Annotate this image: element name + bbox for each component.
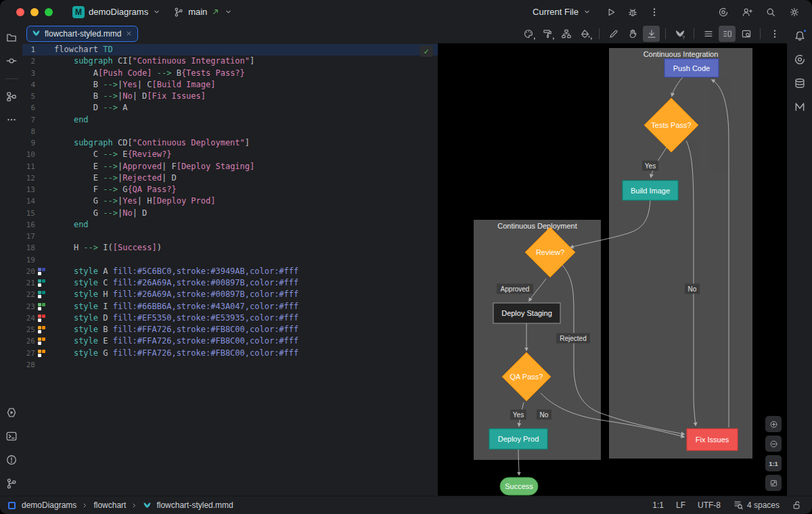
node-deploy-staging[interactable]: Deploy Staging bbox=[493, 303, 560, 323]
line-ending[interactable]: LF bbox=[676, 500, 685, 510]
code-line-7[interactable]: 7 end bbox=[22, 114, 438, 126]
code-line-21[interactable]: 21 style C fill:#26A69A,stroke:#00897B,c… bbox=[22, 277, 438, 289]
code-line-22[interactable]: 22 style H fill:#26A69A,stroke:#00897B,c… bbox=[22, 289, 438, 300]
invite-user-icon[interactable] bbox=[742, 7, 752, 18]
toolbar-export-download-button[interactable] bbox=[643, 26, 660, 42]
notifications-bell-button[interactable] bbox=[794, 30, 806, 42]
commit-icon[interactable] bbox=[5, 55, 18, 67]
toolbar-mermaid-help-button[interactable] bbox=[671, 26, 688, 42]
code-line-4[interactable]: 4 B -->|Yes| C[Build Image] bbox=[22, 79, 438, 91]
toolbar-theme-palette-button[interactable] bbox=[520, 26, 537, 42]
debug-bug-icon[interactable] bbox=[627, 7, 638, 18]
code-line-6[interactable]: 6 D --> A bbox=[22, 102, 438, 114]
code-line-10[interactable]: 10 C --> E{Review?} bbox=[22, 149, 438, 160]
project-folder-icon[interactable] bbox=[5, 31, 18, 43]
code-line-15[interactable]: 15 G -->|No| D bbox=[22, 208, 438, 219]
zoom-out-button[interactable] bbox=[765, 436, 782, 452]
breadcrumb-project[interactable]: demoDiagrams bbox=[22, 500, 76, 510]
code-line-11[interactable]: 11 E -->|Approved| F[Deploy Staging] bbox=[22, 161, 438, 172]
toolbar-pan-hand-button[interactable] bbox=[624, 26, 641, 42]
code-line-14[interactable]: 14 G -->|Yes| H[Deploy Prod] bbox=[22, 195, 438, 207]
ide-status-square-icon[interactable] bbox=[8, 502, 16, 509]
zoom-reset-button[interactable]: 1:1 bbox=[765, 455, 782, 471]
mermaid-flowchart[interactable]: Continuous Integration Continuous Deploy… bbox=[438, 43, 787, 496]
gutter-color-swatches bbox=[38, 149, 47, 160]
toolbar-view-preview-button[interactable] bbox=[738, 26, 754, 42]
node-fix-issues[interactable]: Fix Issues bbox=[687, 429, 738, 450]
run-configuration-selector[interactable]: Current File bbox=[529, 5, 595, 19]
svg-text:Success: Success bbox=[505, 482, 533, 490]
gutter-color-swatches bbox=[38, 324, 47, 335]
lock-open-icon[interactable] bbox=[792, 500, 803, 511]
close-tab-icon[interactable] bbox=[125, 30, 133, 37]
toolbar-brush-button[interactable] bbox=[539, 26, 556, 42]
code-line-24[interactable]: 24 style D fill:#EF5350,stroke:#E53935,c… bbox=[22, 312, 438, 324]
code-line-8[interactable]: 8 bbox=[22, 126, 438, 137]
code-line-26[interactable]: 26 style E fill:#FFA726,stroke:#FB8C00,c… bbox=[22, 335, 438, 347]
toolbar-fill-bucket-button[interactable] bbox=[577, 26, 593, 42]
toolbar-view-source-button[interactable] bbox=[700, 26, 717, 42]
code-line-1[interactable]: 1flowchart TD bbox=[22, 44, 438, 55]
branch-selector[interactable]: main bbox=[170, 5, 236, 20]
code-line-27[interactable]: 27 style G fill:#FFA726,stroke:#FB8C00,c… bbox=[22, 348, 438, 359]
version-control-icon[interactable] bbox=[5, 477, 18, 490]
close-window-button[interactable] bbox=[16, 8, 24, 16]
node-success[interactable]: Success bbox=[500, 477, 538, 495]
tab-flowchart-styled[interactable]: flowchart-styled.mmd bbox=[26, 26, 138, 42]
more-run-options-kebab-icon[interactable] bbox=[649, 7, 660, 18]
code-line-9[interactable]: 9 subgraph CD["Continuous Deployment"] bbox=[22, 137, 438, 149]
minimize-window-button[interactable] bbox=[30, 8, 39, 16]
search-everywhere-icon[interactable] bbox=[765, 7, 776, 18]
toolbar-layout-button[interactable] bbox=[558, 26, 574, 42]
mermaid-tool-window-icon[interactable] bbox=[794, 101, 806, 113]
code-line-17[interactable]: 17 bbox=[22, 231, 438, 242]
ai-assistant-icon[interactable] bbox=[794, 53, 806, 66]
toolbar-edit-pencil-button[interactable] bbox=[605, 26, 622, 42]
database-icon[interactable] bbox=[794, 77, 806, 89]
more-tool-windows-icon[interactable] bbox=[6, 114, 17, 125]
problems-icon[interactable] bbox=[5, 454, 18, 466]
code-line-20[interactable]: 20 style A fill:#5C6BC0,stroke:#3949AB,c… bbox=[22, 266, 438, 277]
code-line-5[interactable]: 5 B -->|No| D[Fix Issues] bbox=[22, 91, 438, 102]
code-line-23[interactable]: 23 style I fill:#66BB6A,stroke:#43A047,c… bbox=[22, 301, 438, 312]
code-line-12[interactable]: 12 E -->|Rejected| D bbox=[22, 172, 438, 184]
code-line-13[interactable]: 13 F --> G{QA Pass?} bbox=[22, 184, 438, 195]
node-build-image[interactable]: Build Image bbox=[623, 181, 678, 200]
breadcrumb-file[interactable]: flowchart-styled.mmd bbox=[156, 500, 233, 510]
code-line-18[interactable]: 18 H --> I([Success]) bbox=[22, 242, 438, 254]
maximize-window-button[interactable] bbox=[45, 8, 53, 16]
file-encoding[interactable]: UTF-8 bbox=[698, 500, 721, 510]
ai-assistant-icon[interactable] bbox=[718, 7, 729, 18]
inspection-ok-checkmark[interactable]: ✓ bbox=[420, 45, 433, 57]
run-play-icon[interactable] bbox=[606, 7, 616, 18]
node-deploy-prod[interactable]: Deploy Prod bbox=[489, 429, 547, 449]
code-editor[interactable]: 1flowchart TD2 subgraph CI["Continuous I… bbox=[22, 43, 438, 496]
code-text: G -->|Yes| H[Deploy Prod] bbox=[54, 195, 215, 207]
divider bbox=[665, 28, 666, 39]
code-line-28[interactable]: 28 bbox=[22, 359, 438, 371]
code-line-19[interactable]: 19 bbox=[22, 254, 438, 266]
structure-icon[interactable] bbox=[5, 91, 18, 103]
line-number: 4 bbox=[22, 79, 35, 91]
settings-gear-icon[interactable] bbox=[789, 7, 800, 18]
toolbar-more-kebab-button[interactable] bbox=[766, 26, 783, 42]
indent-config[interactable]: 4 spaces bbox=[733, 500, 780, 511]
fit-to-view-button[interactable] bbox=[765, 475, 782, 491]
diagram-preview-panel[interactable]: Continuous Integration Continuous Deploy… bbox=[438, 43, 787, 496]
code-line-2[interactable]: 2 subgraph CI["Continuous Integration"] bbox=[22, 55, 438, 67]
zoom-in-button[interactable] bbox=[765, 416, 782, 432]
terminal-icon[interactable] bbox=[5, 430, 18, 442]
cursor-position[interactable]: 1:1 bbox=[652, 500, 664, 510]
status-bar: demoDiagrams flowchart flowchart-styled.… bbox=[0, 496, 812, 514]
node-push-code[interactable]: Push Code bbox=[664, 59, 719, 77]
project-selector[interactable]: M demoDiagrams bbox=[69, 4, 164, 20]
code-text: style C fill:#26A69A,stroke:#00897B,colo… bbox=[54, 277, 298, 289]
code-line-16[interactable]: 16 end bbox=[22, 219, 438, 231]
code-lines: 1flowchart TD2 subgraph CI["Continuous I… bbox=[22, 44, 438, 371]
breadcrumb-folder[interactable]: flowchart bbox=[93, 500, 126, 510]
line-number: 19 bbox=[22, 254, 35, 266]
code-line-25[interactable]: 25 style B fill:#FFA726,stroke:#FB8C00,c… bbox=[22, 324, 438, 335]
code-line-3[interactable]: 3 A[Push Code] --> B{Tests Pass?} bbox=[22, 68, 438, 79]
toolbar-view-split-button[interactable] bbox=[719, 26, 736, 42]
services-icon[interactable] bbox=[5, 406, 18, 419]
